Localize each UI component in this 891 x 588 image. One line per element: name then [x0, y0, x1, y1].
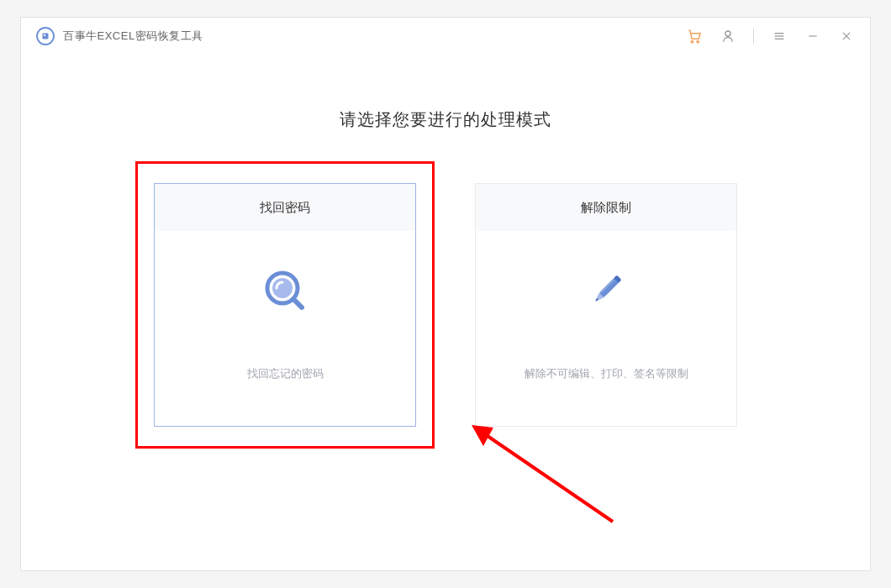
- page-heading: 请选择您要进行的处理模式: [340, 108, 551, 131]
- menu-icon[interactable]: [771, 28, 788, 45]
- minimize-icon[interactable]: [804, 28, 821, 45]
- magnifier-icon: [261, 267, 308, 314]
- unlock-card-body: 解除不可编辑、打印、签名等限制: [476, 231, 736, 426]
- title-left: 百事牛EXCEL密码恢复工具: [36, 27, 203, 45]
- svg-point-3: [691, 41, 693, 43]
- svg-marker-21: [472, 425, 493, 446]
- recover-card-desc: 找回忘记的密码: [247, 366, 324, 381]
- pencil-icon: [583, 267, 630, 314]
- svg-line-14: [293, 299, 302, 307]
- svg-point-4: [697, 41, 699, 43]
- svg-point-5: [725, 31, 730, 36]
- unlock-card-desc: 解除不可编辑、打印、签名等限制: [525, 366, 688, 381]
- app-title: 百事牛EXCEL密码恢复工具: [63, 29, 203, 44]
- main-content: 请选择您要进行的处理模式 找回密码: [21, 55, 870, 427]
- divider: [753, 29, 754, 44]
- close-icon[interactable]: [838, 28, 855, 45]
- svg-rect-2: [44, 34, 45, 36]
- recover-card-title: 找回密码: [155, 184, 415, 231]
- title-right: [686, 28, 855, 45]
- cards-row: 找回密码 找回忘记的密码: [154, 183, 737, 427]
- svg-line-20: [485, 434, 613, 522]
- app-logo-icon: [36, 27, 55, 45]
- app-window: 百事牛EXCEL密码恢复工具: [20, 17, 871, 571]
- unlock-card-title: 解除限制: [476, 184, 736, 231]
- unlock-restriction-card[interactable]: 解除限制: [475, 183, 737, 427]
- card-wrapper-unlock: 解除限制: [475, 183, 737, 427]
- cart-icon[interactable]: [686, 28, 703, 45]
- user-icon[interactable]: [720, 28, 736, 45]
- recover-card-body: 找回忘记的密码: [155, 231, 415, 426]
- title-bar: 百事牛EXCEL密码恢复工具: [21, 18, 870, 55]
- card-wrapper-recover: 找回密码 找回忘记的密码: [154, 183, 416, 427]
- arrow-annotation: [470, 421, 621, 530]
- recover-password-card[interactable]: 找回密码 找回忘记的密码: [154, 183, 416, 427]
